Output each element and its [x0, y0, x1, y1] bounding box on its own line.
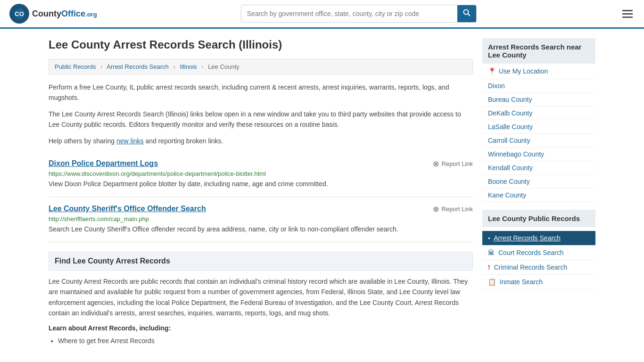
svg-text:CO: CO [15, 10, 24, 17]
header: CO CountyOffice.org [0, 0, 644, 29]
sidebar-court-records[interactable]: 🏛 Court Records Search [482, 246, 595, 260]
record-title-1[interactable]: Dixon Police Department Logs [49, 159, 158, 168]
report-link-btn-2[interactable]: ⊗ Report Link [433, 205, 473, 214]
search-input[interactable] [241, 6, 457, 21]
report-label-2: Report Link [442, 206, 473, 213]
breadcrumb: Public Records › Arrest Records Search ›… [49, 59, 473, 74]
record-url-1[interactable]: https://www.discoverdixon.org/department… [49, 170, 473, 177]
logo-icon: CO [9, 4, 29, 24]
sidebar-link-carroll-county[interactable]: Carroll County [482, 134, 595, 148]
sidebar-link-lasalle-county[interactable]: LaSalle County [482, 120, 595, 134]
use-location-label: Use My Location [499, 67, 548, 75]
report-icon-2: ⊗ [433, 205, 439, 214]
inmate-search-label: Inmate Search [500, 278, 543, 286]
record-item-1: Dixon Police Department Logs ⊗ Report Li… [49, 152, 473, 197]
record-url-2[interactable]: http://sherifflaerts.com/cap_main.php [49, 215, 473, 222]
description2: The Lee County Arrest Records Search (Il… [49, 109, 473, 130]
record-desc-1: View Dixon Police Department police blot… [49, 179, 473, 189]
sidebar: Arrest Records Search near Lee County 📍 … [482, 38, 595, 346]
breadcrumb-sep3: › [201, 63, 203, 70]
breadcrumb-arrest-records[interactable]: Arrest Records Search [107, 63, 169, 70]
criminal-records-icon: ! [488, 263, 490, 271]
description1: Perform a free Lee County, IL public arr… [49, 82, 473, 103]
sidebar-link-kendall-county[interactable]: Kendall County [482, 161, 595, 175]
sidebar-inmate-search[interactable]: 📋 Inmate Search [482, 275, 595, 289]
court-records-label: Court Records Search [498, 249, 564, 256]
sidebar-arrest-records[interactable]: ▪ Arrest Records Search [482, 231, 595, 246]
report-link-btn-1[interactable]: ⊗ Report Link [433, 159, 473, 168]
page-title: Lee County Arrest Records Search (Illino… [49, 38, 473, 51]
nearby-title: Arrest Records Search near Lee County [482, 38, 595, 64]
record-desc-2: Search Lee County Sheriff's Office offen… [49, 224, 473, 234]
description3: Help others by sharing new links and rep… [49, 136, 473, 146]
learn-heading: Learn about Arrest Records, including: [49, 324, 473, 332]
logo-area: CO CountyOffice.org [9, 4, 97, 24]
sidebar-link-bureau-county[interactable]: Bureau County [482, 93, 595, 107]
find-heading: Find Lee County Arrest Records [49, 252, 473, 271]
learn-item-1: Where to get free Arrest Records [58, 336, 473, 347]
inmate-search-icon: 📋 [488, 278, 496, 286]
arrest-records-icon: ▪ [488, 235, 490, 241]
sidebar-link-dixon[interactable]: Dixon [482, 79, 595, 93]
record-item-header-1: Dixon Police Department Logs ⊗ Report Li… [49, 159, 473, 168]
sidebar-link-kane-county[interactable]: Kane County [482, 189, 595, 202]
report-label-1: Report Link [442, 160, 473, 167]
menu-button[interactable] [620, 8, 635, 20]
record-title-2[interactable]: Lee County Sheriff's Office Offender Sea… [49, 205, 206, 213]
use-location[interactable]: 📍 Use My Location [482, 64, 595, 79]
public-records-title: Lee County Public Records [482, 210, 595, 227]
logo-text: CountyOffice.org [32, 9, 97, 19]
breadcrumb-public-records[interactable]: Public Records [55, 63, 96, 70]
find-text: Lee County Arrest Records are public rec… [49, 276, 473, 319]
search-button[interactable] [457, 5, 476, 22]
criminal-records-label: Criminal Records Search [494, 263, 568, 271]
report-icon-1: ⊗ [433, 159, 439, 168]
sidebar-link-dekalb-county[interactable]: DeKalb County [482, 107, 595, 120]
sidebar-link-winnebago-county[interactable]: Winnebago County [482, 148, 595, 161]
sidebar-link-boone-county[interactable]: Boone County [482, 175, 595, 189]
record-item-header-2: Lee County Sheriff's Office Offender Sea… [49, 205, 473, 214]
breadcrumb-sep1: › [100, 63, 102, 70]
record-item-2: Lee County Sheriff's Office Offender Sea… [49, 197, 473, 242]
sidebar-criminal-records[interactable]: ! Criminal Records Search [482, 260, 595, 275]
arrest-records-label: Arrest Records Search [494, 234, 561, 242]
court-records-icon: 🏛 [488, 249, 495, 256]
nearby-links: 📍 Use My Location Dixon Bureau County De… [482, 64, 595, 202]
location-pin-icon: 📍 [488, 67, 496, 75]
svg-point-3 [463, 10, 468, 15]
public-records-list: ▪ Arrest Records Search 🏛 Court Records … [482, 231, 595, 289]
breadcrumb-county: Lee County [208, 63, 239, 70]
main-content: Lee County Arrest Records Search (Illino… [49, 38, 473, 346]
svg-line-4 [468, 14, 470, 16]
content-wrapper: Lee County Arrest Records Search (Illino… [39, 29, 605, 356]
breadcrumb-sep2: › [173, 63, 175, 70]
search-bar [241, 5, 477, 23]
learn-list: Where to get free Arrest Records [49, 336, 473, 347]
new-links-link[interactable]: new links [116, 137, 144, 145]
breadcrumb-illinois[interactable]: Illinois [180, 63, 197, 70]
